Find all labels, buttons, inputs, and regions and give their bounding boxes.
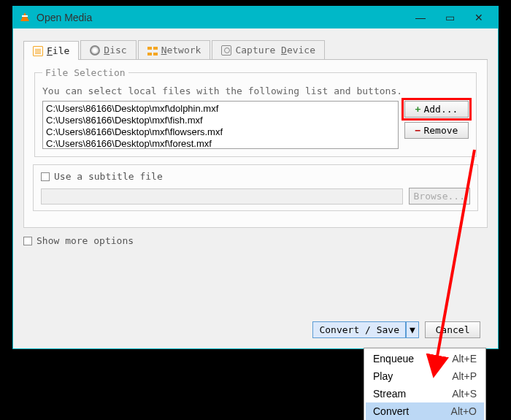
- menu-shortcut: Alt+P: [452, 370, 477, 382]
- minus-icon: −: [415, 125, 421, 136]
- tabs: File Disc Network Capture Device: [23, 40, 488, 60]
- convert-save-splitbutton[interactable]: Convert / Save ▼: [312, 321, 419, 338]
- titlebar: Open Media — ▭ ✕: [13, 7, 498, 28]
- tab-network[interactable]: Network: [138, 40, 211, 59]
- tab-label: isc: [110, 45, 126, 56]
- vlc-cone-icon: [19, 12, 31, 23]
- tab-label: Capture: [235, 45, 281, 56]
- subtitle-area: Use a subtitle file Browse...: [33, 164, 478, 211]
- tab-label: etwork: [166, 45, 201, 56]
- menu-label: Stream: [373, 388, 452, 400]
- camera-icon: [221, 45, 231, 56]
- file-list-buttons: + Add... − Remove: [404, 101, 469, 149]
- file-list[interactable]: C:\Users\86166\Desktop\mxf\dolphin.mxf C…: [42, 101, 399, 149]
- menu-item-enqueue[interactable]: Enqueue Alt+E: [366, 350, 484, 367]
- remove-button-label: Remove: [423, 125, 458, 136]
- close-button[interactable]: ✕: [464, 7, 493, 28]
- show-more-label: Show more options: [36, 235, 134, 246]
- window-title: Open Media: [36, 12, 406, 23]
- add-button[interactable]: + Add...: [404, 101, 469, 118]
- remove-button[interactable]: − Remove: [404, 122, 469, 139]
- menu-item-stream[interactable]: Stream Alt+S: [366, 385, 484, 402]
- list-item[interactable]: C:\Users\86166\Desktop\mxf\flowsers.mxf: [46, 126, 395, 138]
- content-area: File Disc Network Capture Device File Se…: [13, 28, 498, 256]
- list-item[interactable]: C:\Users\86166\Desktop\mxf\dolphin.mxf: [46, 103, 395, 115]
- list-item[interactable]: C:\Users\86166\Desktop\mxf\fish.mxf: [46, 115, 395, 126]
- subtitle-label: Use a subtitle file: [54, 171, 163, 182]
- menu-item-play[interactable]: Play Alt+P: [366, 367, 484, 385]
- file-selection-legend: File Selection: [42, 67, 128, 78]
- tab-capture-device[interactable]: Capture Device: [212, 40, 325, 59]
- subtitle-checkbox[interactable]: [41, 172, 50, 181]
- tab-disc[interactable]: Disc: [80, 40, 136, 59]
- convert-save-dropdown[interactable]: ▼: [406, 321, 419, 338]
- tab-label: ile: [53, 45, 69, 56]
- cancel-button[interactable]: Cancel: [425, 321, 480, 338]
- file-icon: [33, 46, 43, 56]
- menu-label: Play: [373, 370, 452, 382]
- menu-shortcut: Alt+E: [452, 353, 477, 364]
- add-button-label: Add...: [423, 104, 458, 115]
- maximize-button[interactable]: ▭: [435, 7, 464, 28]
- convert-save-button[interactable]: Convert / Save: [312, 321, 406, 338]
- dialog-footer: Convert / Save ▼ Cancel: [312, 321, 480, 338]
- convert-save-label: Convert / Save: [319, 324, 399, 335]
- subtitle-path-input: [41, 188, 403, 205]
- file-selection-fieldset: File Selection You can select local file…: [34, 67, 477, 157]
- menu-shortcut: Alt+O: [451, 405, 477, 417]
- show-more-checkbox[interactable]: [23, 237, 32, 245]
- network-icon: [147, 45, 158, 56]
- minimize-button[interactable]: —: [406, 7, 435, 28]
- tab-panel-file: File Selection You can select local file…: [23, 60, 488, 228]
- tab-file[interactable]: File: [23, 41, 79, 60]
- open-media-window: Open Media — ▭ ✕ File Disc Network Captu…: [12, 6, 499, 349]
- menu-item-convert[interactable]: Convert Alt+O: [366, 402, 484, 420]
- plus-icon: +: [415, 104, 421, 115]
- chevron-down-icon: ▼: [410, 324, 415, 335]
- convert-save-menu: Enqueue Alt+E Play Alt+P Stream Alt+S Co…: [364, 348, 486, 420]
- menu-shortcut: Alt+S: [452, 388, 477, 400]
- menu-label: Convert: [373, 405, 451, 417]
- disc-icon: [90, 45, 100, 56]
- browse-button: Browse...: [409, 188, 470, 205]
- show-more-row: Show more options: [23, 235, 488, 246]
- list-item[interactable]: C:\Users\86166\Desktop\mxf\forest.mxf: [46, 138, 395, 149]
- menu-label: Enqueue: [373, 353, 452, 364]
- file-selection-hint: You can select local files with the foll…: [42, 85, 469, 96]
